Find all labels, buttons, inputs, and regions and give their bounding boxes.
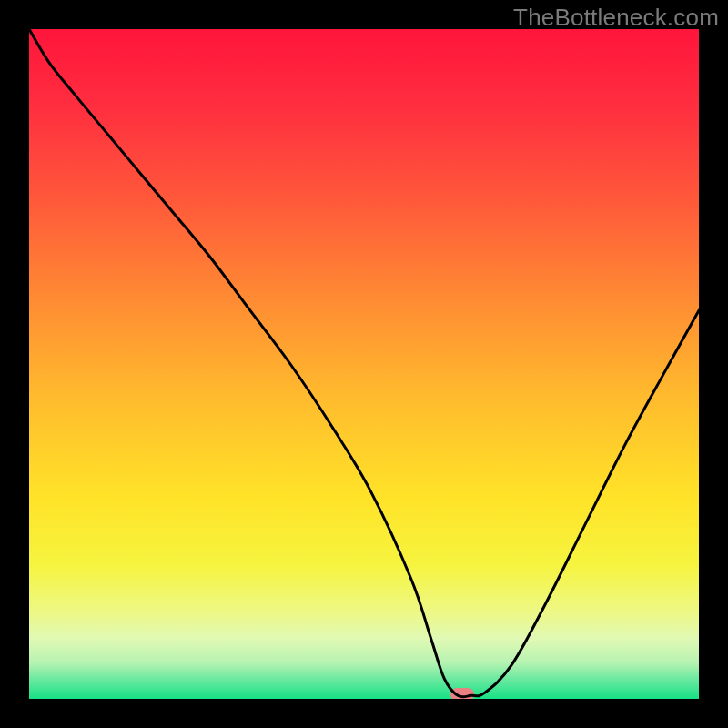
chart-frame: TheBottleneck.com	[0, 0, 728, 728]
watermark-text: TheBottleneck.com	[513, 4, 719, 32]
plot-area	[29, 29, 699, 699]
bottleneck-curve	[29, 29, 699, 699]
